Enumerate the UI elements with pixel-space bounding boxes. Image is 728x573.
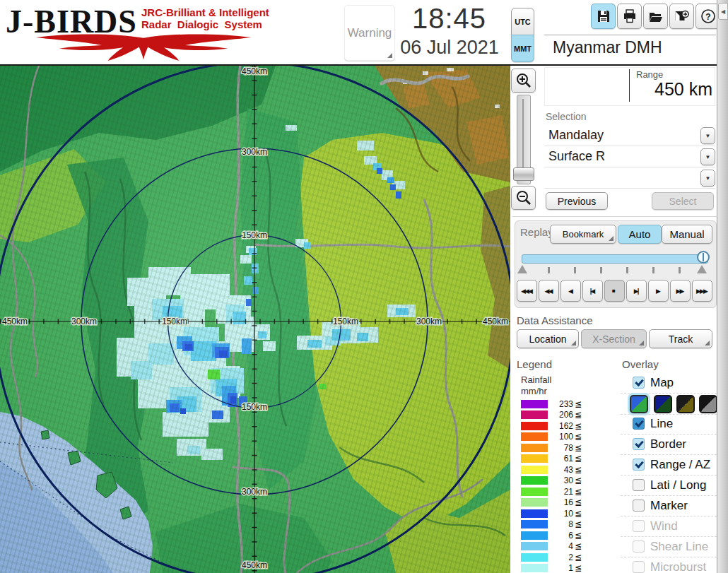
timezone-utc-button[interactable]: UTC <box>511 8 534 35</box>
save-button[interactable] <box>591 4 616 29</box>
track-button[interactable]: Track <box>649 329 712 348</box>
print-button[interactable] <box>617 4 642 29</box>
radar-map[interactable]: 450km 300km 150km 150km 300km 450km 450k… <box>0 66 510 573</box>
map-style-swatch-2[interactable] <box>654 395 672 413</box>
legend-value: 206 <box>549 410 573 420</box>
lte-symbol: ≦ <box>575 410 582 420</box>
select-button[interactable]: Select <box>652 192 714 210</box>
overlay-item-range-az[interactable]: Range / AZ <box>631 458 717 473</box>
legend-row: 233≦ <box>521 400 586 409</box>
overlay-item-marker[interactable]: Marker <box>631 499 717 514</box>
warning-button[interactable]: Warning <box>344 5 395 61</box>
chevron-down-icon[interactable]: ▼ <box>700 127 715 144</box>
ring-label: 450km <box>242 66 267 76</box>
overlay-separator <box>621 475 717 475</box>
zoom-in-button[interactable] <box>511 69 536 93</box>
clock-date: 06 Jul 2021 <box>390 37 509 59</box>
replay-range-start-marker[interactable] <box>517 265 527 273</box>
zoom-in-icon <box>515 72 532 89</box>
play-button[interactable]: ▶ <box>648 280 669 302</box>
zoom-slider-thumb[interactable] <box>513 167 534 181</box>
selection-label: Selection <box>546 111 587 122</box>
replay-slider-track[interactable] <box>522 254 708 264</box>
panel-separator <box>512 216 717 217</box>
chevron-down-icon[interactable]: ▼ <box>700 170 715 187</box>
slider-tick <box>574 267 576 273</box>
option-dropdown[interactable]: ▼ <box>544 168 715 189</box>
overlay-item-label: Microburst <box>650 560 706 573</box>
play-backward-button[interactable]: ◀ <box>560 280 581 302</box>
stop-button[interactable]: ■ <box>604 280 625 302</box>
zoom-out-button[interactable] <box>511 186 536 210</box>
line-checkbox[interactable] <box>633 418 645 430</box>
lte-symbol: ≦ <box>575 399 582 409</box>
overlay-item-label: Shear Line <box>650 540 708 554</box>
map-style-swatch-1[interactable] <box>630 395 648 413</box>
ring-label: 450km <box>483 317 508 326</box>
legend-swatch <box>521 531 548 540</box>
open-file-button[interactable] <box>643 4 668 29</box>
product-dropdown[interactable]: Surface R ▼ <box>544 147 715 167</box>
range-az-checkbox[interactable] <box>633 459 645 471</box>
microburst-checkbox <box>633 561 645 573</box>
ring-label: 300km <box>242 147 267 157</box>
lte-symbol: ≦ <box>575 421 582 431</box>
legend-swatch <box>521 553 548 562</box>
overlay-separator <box>621 516 717 516</box>
timezone-mmt-button[interactable]: MMT <box>511 35 534 62</box>
legend-swatch <box>521 520 548 528</box>
legend-value: 78 <box>549 443 573 453</box>
overlay-item-lati-long[interactable]: Lati / Long <box>631 478 717 494</box>
ring-label: 450km <box>2 317 28 326</box>
collapse-panel-arrow-icon[interactable]: ◀ <box>718 3 728 20</box>
legend-value: 6 <box>549 531 573 540</box>
rewind-button[interactable]: ◀◀ <box>539 280 559 302</box>
bookmark-button[interactable]: Bookmark <box>550 225 616 244</box>
legend-swatch <box>521 509 548 518</box>
lte-symbol: ≦ <box>575 531 582 540</box>
station-name: Myanmar DMH <box>553 38 662 57</box>
manual-mode-button[interactable]: Manual <box>662 225 712 244</box>
ring-label: 150km <box>333 317 358 326</box>
map-checkbox[interactable] <box>633 377 645 389</box>
skip-forward-button[interactable]: ▶▶▶ <box>692 280 712 302</box>
step-back-button[interactable]: |◀ <box>582 280 603 302</box>
fast-forward-button[interactable]: ▶▶ <box>670 280 691 302</box>
step-forward-button[interactable]: ▶| <box>626 280 647 302</box>
panel-splitter[interactable] <box>717 0 728 573</box>
location-button[interactable]: Location <box>517 329 579 348</box>
x-section-button[interactable]: X-Section <box>581 329 647 348</box>
legend-label: Legend <box>517 358 552 370</box>
border-checkbox[interactable] <box>633 438 645 450</box>
replay-range-end-marker[interactable] <box>697 265 707 273</box>
site-dropdown[interactable]: Mandalay ▼ <box>544 126 715 146</box>
lte-symbol: ≦ <box>575 454 582 463</box>
legend-value: 10 <box>549 509 573 519</box>
lati-long-checkbox[interactable] <box>633 479 645 491</box>
add-image-button[interactable] <box>669 4 694 29</box>
overlay-item-border[interactable]: Border <box>631 437 717 453</box>
legend-swatch <box>521 498 548 507</box>
overlay-separator <box>621 536 717 537</box>
previous-button[interactable]: Previous <box>546 192 608 210</box>
overlay-item-line[interactable]: Line <box>631 417 717 432</box>
replay-slider-thumb[interactable] <box>697 251 710 264</box>
overlay-item-label: Wind <box>650 519 678 533</box>
map-style-swatch-3[interactable] <box>676 395 695 413</box>
legend-value: 100 <box>549 432 573 442</box>
data-assistance-label: Data Assistance <box>517 314 593 326</box>
lte-symbol: ≦ <box>575 432 582 442</box>
marker-checkbox[interactable] <box>633 500 645 512</box>
fast-rewind-button[interactable]: ◀◀◀ <box>517 280 537 302</box>
auto-mode-button[interactable]: Auto <box>618 225 662 244</box>
map-style-swatch-4[interactable] <box>699 395 717 413</box>
chevron-down-icon[interactable]: ▼ <box>700 148 715 165</box>
overlay-item-map[interactable]: Map <box>631 376 717 391</box>
lte-symbol: ≦ <box>575 553 582 562</box>
range-value: 450 km <box>622 79 712 100</box>
svg-text:?: ? <box>705 12 710 22</box>
lte-symbol: ≦ <box>575 509 582 519</box>
legend-value: 4 <box>549 541 573 551</box>
lte-symbol: ≦ <box>575 487 582 497</box>
add-image-icon <box>674 9 690 23</box>
